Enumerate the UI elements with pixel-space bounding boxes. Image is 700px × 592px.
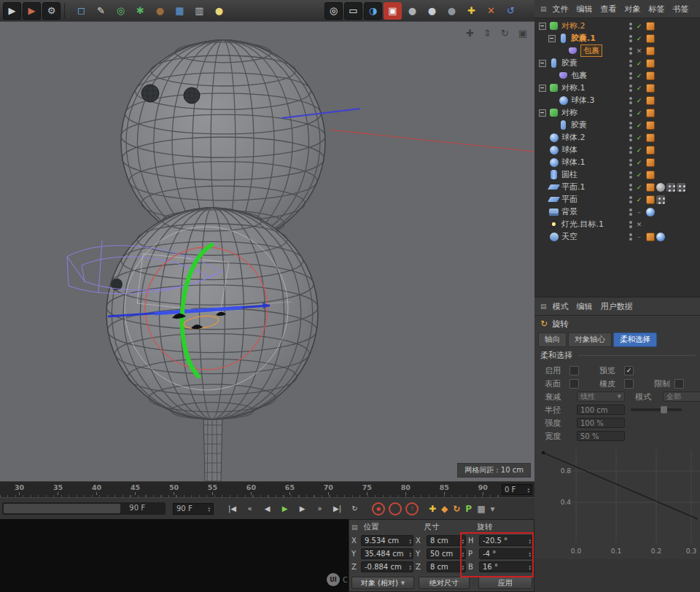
object-label[interactable]: 胶囊 <box>571 120 587 131</box>
om-menu-item[interactable]: 标签 <box>649 4 665 15</box>
expand-toggle[interactable] <box>548 122 556 129</box>
object-label[interactable]: 平面.1 <box>561 182 586 192</box>
goto-start-button[interactable]: |◀ <box>224 502 241 516</box>
expand-toggle[interactable] <box>538 184 547 191</box>
radius-slider[interactable] <box>631 408 682 411</box>
mat-tag[interactable] <box>646 47 655 55</box>
mat-tag[interactable] <box>646 71 655 80</box>
field-stepper[interactable] <box>529 538 531 544</box>
visibility-dots[interactable] <box>627 35 634 42</box>
field-stepper[interactable] <box>462 538 464 544</box>
object-row[interactable]: 包裹 <box>534 69 700 82</box>
field-stepper[interactable] <box>409 551 411 557</box>
object-label[interactable]: 天空 <box>561 231 578 242</box>
expand-toggle[interactable] <box>538 233 547 241</box>
falloff-curve-panel[interactable]: 0.8 0.4 0.0 0.1 0.2 0.3 <box>534 444 700 559</box>
rotation-field[interactable]: -20.5 ° <box>479 535 533 546</box>
enable-check[interactable] <box>634 97 645 104</box>
enable-check[interactable] <box>634 109 645 117</box>
falloff-curve[interactable]: 0.8 0.4 0.0 0.1 0.2 0.3 <box>534 444 700 559</box>
am-menu-item[interactable]: 模式 <box>553 301 569 312</box>
volume-icon[interactable]: ● <box>151 2 169 20</box>
enable-check[interactable] <box>634 134 645 141</box>
rotation-field[interactable]: 16 ° <box>479 561 533 572</box>
enable-check[interactable] <box>634 209 645 216</box>
rubber-checkbox[interactable] <box>624 379 634 389</box>
disp-tag[interactable] <box>656 183 665 192</box>
key-scale-toggle[interactable]: ◆ <box>441 504 448 514</box>
visibility-dots[interactable] <box>627 147 634 154</box>
expand-toggle[interactable] <box>538 196 547 203</box>
apply-button[interactable]: 应用 <box>478 577 532 589</box>
object-label[interactable]: 包裹 <box>580 44 602 57</box>
om-menu-item[interactable]: 书签 <box>673 4 689 15</box>
object-label[interactable]: 对称.1 <box>561 82 586 93</box>
curve-line[interactable] <box>543 453 698 519</box>
key-options-toggle[interactable]: ▾ <box>491 504 495 514</box>
size-field[interactable]: 8 cm <box>427 535 466 546</box>
next-key-button[interactable]: » <box>311 502 328 516</box>
position-field[interactable]: 9.534 cm <box>361 535 413 546</box>
visibility-dots[interactable] <box>627 233 634 241</box>
object-label[interactable]: 球体.1 <box>561 157 586 168</box>
field-stepper[interactable] <box>409 538 411 544</box>
object-label[interactable]: 对称 <box>561 107 578 118</box>
object-label[interactable]: 背景 <box>561 206 578 217</box>
light-icon[interactable]: ● <box>210 2 228 20</box>
mat-tag[interactable] <box>646 34 655 43</box>
spline-pen-icon[interactable]: ✎ <box>92 2 110 20</box>
object-label[interactable]: 胶囊 <box>561 58 578 69</box>
om-menu-item[interactable]: 查看 <box>601 4 617 15</box>
enable-check[interactable] <box>634 23 645 30</box>
field-stepper[interactable] <box>462 564 464 570</box>
split-view-icon[interactable]: ◑ <box>364 2 382 20</box>
material-ball-2-icon[interactable]: ● <box>423 2 441 20</box>
object-row[interactable]: 平面 <box>534 193 700 206</box>
mat-tag[interactable] <box>646 59 655 68</box>
visibility-dots[interactable] <box>627 122 634 129</box>
mat-tag[interactable] <box>646 158 655 167</box>
limit-checkbox[interactable] <box>674 379 684 389</box>
record-keyframe-button[interactable]: ● <box>372 502 385 515</box>
field-stepper[interactable] <box>529 564 531 570</box>
mat-tag[interactable] <box>646 84 655 93</box>
frame-stepper[interactable] <box>527 487 529 493</box>
object-row[interactable]: 圆柱 <box>534 168 700 181</box>
key-position-toggle[interactable]: ✚ <box>429 504 436 514</box>
mat-tag[interactable] <box>646 96 655 105</box>
loop-button[interactable]: ↻ <box>346 502 363 516</box>
object-label[interactable]: 圆柱 <box>561 169 578 180</box>
om-menu-item[interactable]: 编辑 <box>577 4 593 15</box>
max-frame-stepper[interactable] <box>208 506 210 512</box>
panel-grip-icon[interactable]: ▤ <box>540 303 547 310</box>
visibility-dots[interactable] <box>627 109 634 117</box>
coordinate-system-icon[interactable]: ↺ <box>502 2 520 20</box>
key-parameter-toggle[interactable]: P <box>465 504 472 514</box>
axis-lock-icon[interactable]: ✚ <box>462 2 481 20</box>
panel-grip-icon[interactable]: ▤ <box>540 5 547 12</box>
object-row[interactable]: 对称.2 <box>534 20 700 32</box>
object-label[interactable]: 球体.3 <box>571 95 595 106</box>
mat-tag[interactable] <box>646 233 655 241</box>
object-row[interactable]: 灯光.目标.1 <box>534 218 700 230</box>
preview-range-slider[interactable]: 90 F <box>2 502 166 515</box>
expand-toggle[interactable] <box>538 209 547 216</box>
attribute-tab[interactable]: 对象轴心 <box>568 332 612 347</box>
am-menu-item[interactable]: 用户数据 <box>601 301 633 312</box>
rotate-view-icon[interactable]: ↻ <box>501 28 509 39</box>
object-label[interactable]: 球体.2 <box>561 132 586 143</box>
material-ball-3-icon[interactable]: ● <box>443 2 461 20</box>
attribute-tab[interactable]: 柔和选择 <box>613 332 657 347</box>
mode-dropdown[interactable]: 全部▼ <box>663 392 700 402</box>
camera-icon[interactable]: ▥ <box>190 2 209 20</box>
absolute-size-button[interactable]: 绝对尺寸 <box>419 577 470 589</box>
expand-toggle[interactable] <box>538 109 547 117</box>
mat-tag[interactable] <box>646 133 655 142</box>
object-label[interactable]: 对称.2 <box>561 20 586 31</box>
size-field[interactable]: 50 cm <box>427 548 466 559</box>
enable-check[interactable] <box>634 122 645 129</box>
mat-tag[interactable] <box>646 109 655 117</box>
preview-checkbox[interactable] <box>624 366 634 375</box>
object-row[interactable]: 天空 <box>534 230 700 243</box>
render-settings-icon[interactable]: ⚙ <box>42 2 61 20</box>
